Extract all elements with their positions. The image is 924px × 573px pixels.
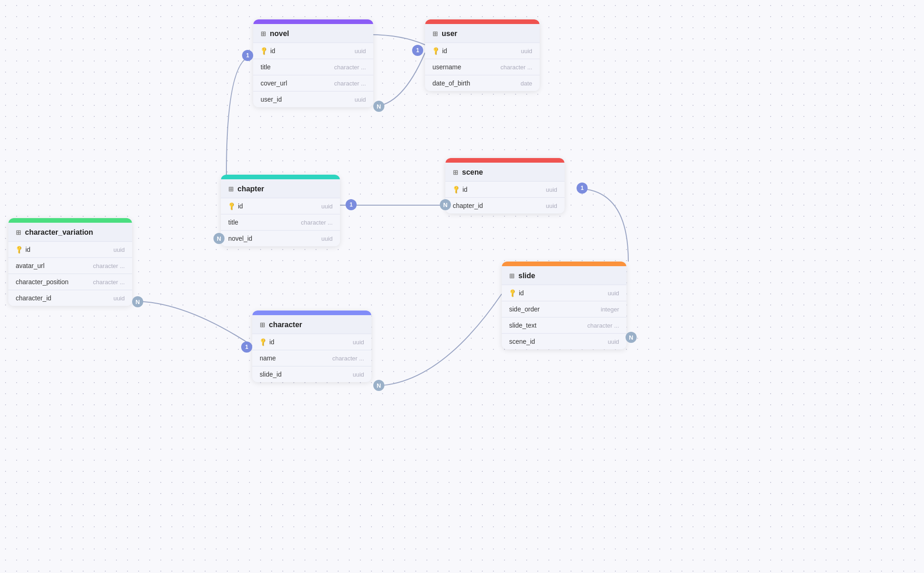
character-row-name: name character ...: [252, 350, 371, 366]
novel-title: ⊞ novel: [253, 24, 373, 43]
badge-chapter-scene-n: N: [440, 199, 451, 210]
character-row-id: 🔑 id uuid: [252, 334, 371, 350]
slide-row-slide-text: slide_text character ...: [502, 317, 626, 333]
novel-rows: 🔑 id uuid title character ... cover_url …: [253, 43, 373, 107]
table-scene: ⊞ scene 🔑 id uuid chapter_id uuid: [445, 158, 565, 213]
char-var-header: [8, 218, 132, 223]
novel-row-user-id: user_id uuid: [253, 91, 373, 107]
user-row-dob: date_of_birth date: [425, 75, 540, 91]
chapter-row-id: 🔑 id uuid: [221, 198, 340, 214]
table-character: ⊞ character 🔑 id uuid name character ...…: [252, 311, 371, 382]
novel-header: [253, 19, 373, 24]
user-rows: 🔑 id uuid username character ... date_of…: [425, 43, 540, 91]
badge-novel-user-n: N: [373, 101, 384, 112]
slide-row-id: 🔑 id uuid: [502, 285, 626, 301]
slide-row-scene-id: scene_id uuid: [502, 333, 626, 349]
scene-grid-icon: ⊞: [453, 169, 458, 176]
character-header: [252, 311, 371, 315]
badge-chapter-scene-1: 1: [346, 199, 357, 210]
chapter-row-title: title character ...: [221, 214, 340, 230]
table-character-variation: ⊞ character_variation 🔑 id uuid avatar_u…: [8, 218, 132, 306]
slide-row-side-order: side_order integer: [502, 301, 626, 317]
char-var-grid-icon: ⊞: [16, 229, 21, 236]
character-row-slide-id: slide_id uuid: [252, 366, 371, 382]
table-user: ⊞ user 🔑 id uuid username character ... …: [425, 19, 540, 91]
novel-row-id: 🔑 id uuid: [253, 43, 373, 59]
scene-row-id: 🔑 id uuid: [445, 181, 565, 197]
scene-rows: 🔑 id uuid chapter_id uuid: [445, 181, 565, 213]
chapter-grid-icon: ⊞: [228, 185, 234, 193]
character-rows: 🔑 id uuid name character ... slide_id uu…: [252, 334, 371, 382]
char-var-row-char-pos: character_position character ...: [8, 274, 132, 290]
user-title: ⊞ user: [425, 24, 540, 43]
novel-key-icon: 🔑: [259, 46, 269, 56]
table-slide: ⊞ slide 🔑 id uuid side_order integer sli…: [502, 262, 626, 349]
novel-grid-icon: ⊞: [261, 30, 266, 37]
slide-header: [502, 262, 626, 266]
badge-slide-scene-n: N: [626, 332, 637, 343]
character-title: ⊞ character: [252, 315, 371, 334]
chapter-header: [221, 175, 340, 179]
slide-title: ⊞ slide: [502, 266, 626, 285]
scene-header: [445, 158, 565, 163]
scene-row-chapter-id: chapter_id uuid: [445, 197, 565, 213]
user-header: [425, 19, 540, 24]
char-var-row-avatar-url: avatar_url character ...: [8, 257, 132, 274]
char-var-row-id: 🔑 id uuid: [8, 241, 132, 257]
table-novel: ⊞ novel 🔑 id uuid title character ... co…: [253, 19, 373, 107]
chapter-row-novel-id: novel_id uuid: [221, 230, 340, 246]
badge-char-slide-n: N: [373, 380, 384, 391]
chapter-title: ⊞ chapter: [221, 179, 340, 198]
badge-novel-chapter-1: 1: [242, 50, 253, 61]
character-key-icon: 🔑: [258, 337, 268, 347]
badge-novel-user-1: 1: [412, 45, 423, 56]
novel-row-cover-url: cover_url character ...: [253, 75, 373, 91]
slide-grid-icon: ⊞: [509, 272, 515, 280]
char-var-key-icon: 🔑: [14, 245, 24, 255]
user-grid-icon: ⊞: [432, 30, 438, 37]
slide-rows: 🔑 id uuid side_order integer slide_text …: [502, 285, 626, 349]
chapter-rows: 🔑 id uuid title character ... novel_id u…: [221, 198, 340, 246]
scene-title: ⊞ scene: [445, 163, 565, 181]
badge-novel-chapter-n: N: [213, 233, 225, 244]
scene-key-icon: 🔑: [451, 185, 461, 195]
user-row-id: 🔑 id uuid: [425, 43, 540, 59]
user-row-username: username character ...: [425, 59, 540, 75]
novel-row-title: title character ...: [253, 59, 373, 75]
badge-charvar-char-1: 1: [241, 341, 252, 353]
char-var-row-char-id: character_id uuid: [8, 290, 132, 306]
chapter-key-icon: 🔑: [227, 201, 237, 211]
char-var-title: ⊞ character_variation: [8, 223, 132, 241]
character-grid-icon: ⊞: [260, 321, 265, 329]
slide-key-icon: 🔑: [508, 288, 517, 298]
badge-scene-slide-1: 1: [577, 183, 588, 194]
char-var-rows: 🔑 id uuid avatar_url character ... chara…: [8, 241, 132, 306]
badge-charvar-char-n: N: [132, 296, 143, 307]
table-chapter: ⊞ chapter 🔑 id uuid title character ... …: [221, 175, 340, 246]
user-key-icon: 🔑: [431, 46, 441, 56]
